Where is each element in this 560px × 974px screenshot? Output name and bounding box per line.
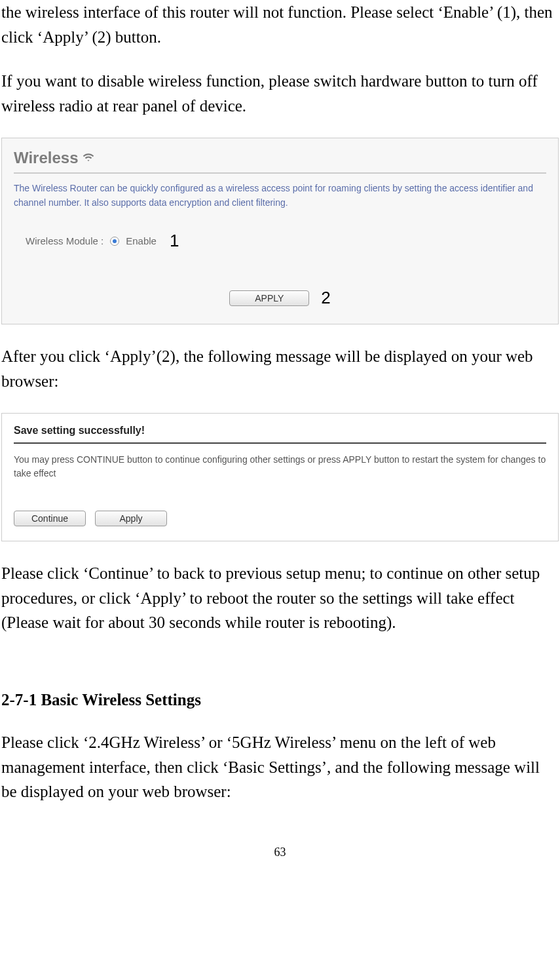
enable-radio[interactable]	[110, 237, 119, 246]
wireless-settings-panel: Wireless The Wireless Router can be quic…	[1, 138, 559, 324]
enable-label: Enable	[126, 234, 157, 249]
body-paragraph: After you click ‘Apply’(2), the followin…	[1, 344, 559, 393]
panel-title: Wireless	[14, 146, 79, 170]
save-title: Save setting successfully!	[14, 423, 546, 444]
body-paragraph: If you want to disable wireless function…	[1, 69, 559, 118]
wireless-module-row: Wireless Module : Enable 1	[14, 228, 546, 254]
save-success-panel: Save setting successfully! You may press…	[1, 413, 559, 541]
apply-button[interactable]: Apply	[95, 511, 167, 526]
wireless-module-label: Wireless Module :	[26, 234, 103, 249]
section-heading: 2-7-1 Basic Wireless Settings	[1, 688, 559, 712]
wireless-signal-icon	[83, 146, 94, 170]
page-number: 63	[1, 844, 559, 861]
body-paragraph: the wireless interface of this router wi…	[1, 0, 559, 49]
panel-description: The Wireless Router can be quickly confi…	[14, 182, 546, 210]
panel-title-row: Wireless	[14, 146, 546, 174]
body-paragraph: Please click ‘2.4GHz Wireless’ or ‘5GHz …	[1, 730, 559, 804]
annotation-1: 1	[170, 228, 179, 254]
continue-button[interactable]: Continue	[14, 511, 86, 526]
annotation-2: 2	[321, 285, 330, 311]
save-description: You may press CONTINUE button to continu…	[14, 453, 546, 480]
body-paragraph: Please click ‘Continue’ to back to previ…	[1, 561, 559, 635]
apply-button[interactable]: APPLY	[229, 290, 309, 306]
